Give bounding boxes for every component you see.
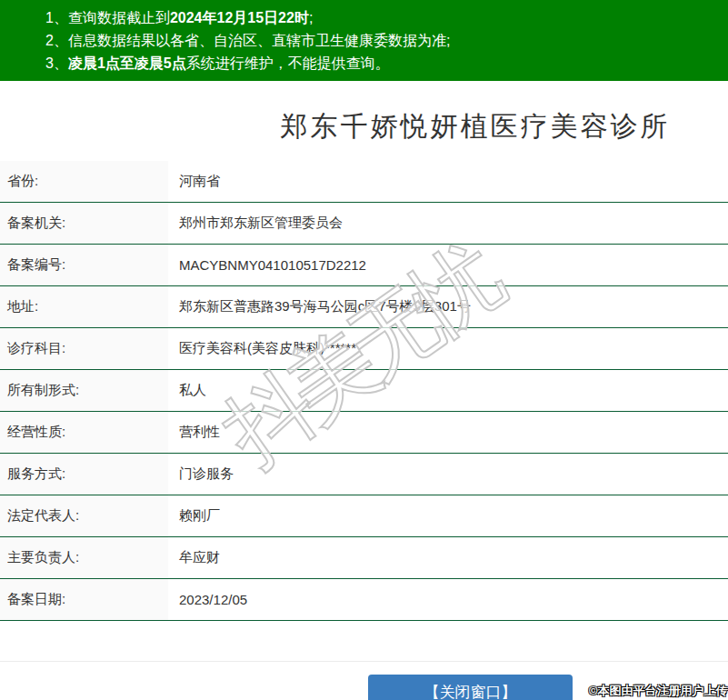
close-window-button[interactable]: 【关闭窗口】 bbox=[368, 675, 573, 700]
row-value: 郑州市郑东新区管理委员会 bbox=[168, 203, 343, 244]
table-row-address: 地址: 郑东新区普惠路39号海马公园c区7号楼3层301号 bbox=[0, 286, 728, 328]
copyright-note: ©本图由平台注册用户上传 bbox=[589, 683, 728, 699]
notice-text: 系统进行维护，不能提供查询。 bbox=[186, 55, 390, 71]
table-row-legal-representative: 法定代表人: 赖刚厂 bbox=[0, 495, 728, 537]
row-label: 经营性质: bbox=[0, 412, 168, 453]
table-row-business-nature: 经营性质: 营利性 bbox=[0, 412, 728, 454]
notice-banner: 1、查询数据截止到2024年12月15日22时; 2、信息数据结果以各省、自治区… bbox=[0, 0, 728, 81]
notice-text: 3、 bbox=[45, 55, 68, 71]
table-row-province: 省份: 河南省 bbox=[0, 161, 728, 203]
row-value: 河南省 bbox=[168, 161, 220, 202]
row-value: 门诊服务 bbox=[168, 454, 234, 495]
row-label: 主要负责人: bbox=[0, 537, 168, 578]
row-value: 郑东新区普惠路39号海马公园c区7号楼3层301号 bbox=[168, 286, 471, 327]
row-label: 省份: bbox=[0, 161, 168, 202]
row-label: 诊疗科目: bbox=[0, 328, 168, 369]
row-value: 医疗美容科(美容皮肤科)****** bbox=[168, 328, 356, 369]
notice-bold-text: 2024年12月15日22时 bbox=[170, 10, 309, 25]
row-label: 备案日期: bbox=[0, 579, 168, 620]
notice-line-2: 2、信息数据结果以各省、自治区、直辖市卫生健康委数据为准; bbox=[45, 29, 719, 52]
table-row-ownership-form: 所有制形式: 私人 bbox=[0, 370, 728, 412]
notice-text: 1、查询数据截止到 bbox=[45, 10, 170, 25]
row-value: 2023/12/05 bbox=[168, 579, 247, 620]
row-value: MACYBNMY041010517D2212 bbox=[168, 245, 366, 285]
row-label: 备案机关: bbox=[0, 203, 168, 244]
page-title: 郑东千娇悦妍植医疗美容诊所 bbox=[223, 108, 728, 145]
notice-line-3: 3、凌晨1点至凌晨5点系统进行维护，不能提供查询。 bbox=[45, 52, 719, 75]
notice-text: 2、信息数据结果以各省、自治区、直辖市卫生健康委数据为准; bbox=[45, 33, 450, 48]
title-container: 郑东千娇悦妍植医疗美容诊所 bbox=[223, 108, 728, 145]
row-label: 备案编号: bbox=[0, 245, 168, 285]
notice-text: ; bbox=[309, 10, 313, 25]
row-label: 地址: bbox=[0, 286, 168, 327]
query-result-page: 1、查询数据截止到2024年12月15日22时; 2、信息数据结果以各省、自治区… bbox=[0, 0, 728, 700]
table-row-filing-number: 备案编号: MACYBNMY041010517D2212 bbox=[0, 245, 728, 286]
table-empty-row bbox=[0, 621, 728, 662]
row-value: 私人 bbox=[168, 370, 206, 411]
row-value: 营利性 bbox=[168, 412, 220, 453]
table-row-medical-subjects: 诊疗科目: 医疗美容科(美容皮肤科)****** bbox=[0, 328, 728, 370]
row-label: 服务方式: bbox=[0, 454, 168, 495]
notice-bold-text: 凌晨1点至凌晨5点 bbox=[68, 55, 186, 71]
table-row-person-in-charge: 主要负责人: 牟应财 bbox=[0, 537, 728, 579]
row-label: 所有制形式: bbox=[0, 370, 168, 411]
info-table: 省份: 河南省 备案机关: 郑州市郑东新区管理委员会 备案编号: MACYBNM… bbox=[0, 161, 728, 662]
row-value: 牟应财 bbox=[168, 537, 220, 578]
notice-line-1: 1、查询数据截止到2024年12月15日22时; bbox=[45, 6, 719, 29]
table-row-service-mode: 服务方式: 门诊服务 bbox=[0, 454, 728, 495]
row-value: 赖刚厂 bbox=[168, 495, 220, 536]
row-label: 法定代表人: bbox=[0, 495, 168, 536]
table-row-filing-authority: 备案机关: 郑州市郑东新区管理委员会 bbox=[0, 203, 728, 245]
table-row-filing-date: 备案日期: 2023/12/05 bbox=[0, 579, 728, 621]
